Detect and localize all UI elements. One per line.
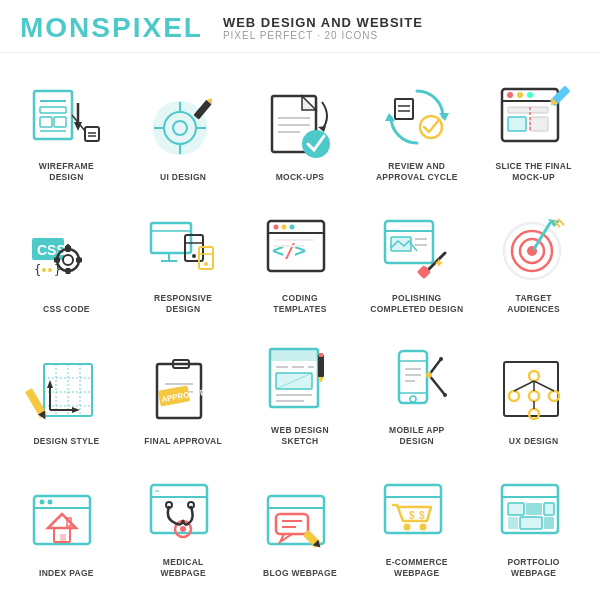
- svg-text:>: >: [294, 238, 306, 262]
- icon-index-page: INDEX PAGE: [10, 457, 123, 585]
- icon-final-approval: APPROVED FINAL APPROVAL: [127, 325, 240, 453]
- svg-text:✦: ✦: [433, 255, 445, 271]
- svg-rect-182: [508, 517, 518, 529]
- svg-point-57: [48, 268, 52, 272]
- css-code-label: CSS CODE: [43, 304, 90, 315]
- icon-ux-design: UX DESIGN: [477, 325, 590, 453]
- svg-point-26: [302, 130, 330, 158]
- header-sub2: PIXEL PERFECT · 20 ICONS: [223, 30, 423, 41]
- icon-coding-templates: < / > CODINGTEMPLATES: [244, 193, 357, 321]
- icon-portfolio-webpage: PORTFOLIOWEBPAGE: [477, 457, 590, 585]
- header-right: WEB DESIGN AND WEBSITE PIXEL PERFECT · 2…: [223, 15, 423, 41]
- svg-text:$: $: [419, 510, 425, 521]
- svg-text:{: {: [34, 263, 41, 277]
- web-design-sketch-label: WEB DESIGNSKETCH: [271, 425, 329, 447]
- svg-point-71: [273, 224, 278, 229]
- svg-point-36: [507, 92, 513, 98]
- svg-rect-165: [276, 514, 308, 534]
- svg-point-162: [180, 526, 186, 532]
- svg-line-145: [514, 381, 534, 391]
- svg-point-73: [289, 224, 294, 229]
- svg-text:<: <: [272, 238, 284, 262]
- icon-responsive-design: RESPONSIVEDESIGN: [127, 193, 240, 321]
- svg-rect-40: [508, 117, 526, 131]
- svg-rect-0: [34, 91, 72, 139]
- svg-rect-127: [399, 351, 427, 403]
- svg-rect-3: [40, 117, 52, 127]
- svg-point-72: [281, 224, 286, 229]
- svg-text:$: $: [409, 510, 415, 521]
- icon-slice-final: SLICE THE FINALMOCK-UP: [477, 61, 590, 189]
- svg-rect-126: [319, 353, 323, 357]
- svg-rect-52: [76, 257, 82, 262]
- svg-point-56: [42, 268, 46, 272]
- ui-design-label: UI DESIGN: [160, 172, 206, 183]
- target-audiences-label: TARGETAUDIENCES: [507, 293, 560, 315]
- svg-point-38: [527, 92, 533, 98]
- svg-point-140: [529, 371, 539, 381]
- svg-rect-30: [395, 99, 413, 119]
- svg-rect-183: [520, 517, 542, 529]
- header: MONSPIXEL WEB DESIGN AND WEBSITE PIXEL P…: [0, 0, 600, 53]
- mock-ups-label: MOCK-UPS: [276, 172, 325, 183]
- ux-design-label: UX DESIGN: [509, 436, 558, 447]
- svg-point-174: [419, 523, 426, 530]
- svg-line-134: [429, 375, 445, 395]
- svg-rect-181: [544, 503, 554, 515]
- svg-point-144: [529, 409, 539, 419]
- blog-webpage-label: BLOG WEBPAGE: [263, 568, 337, 579]
- svg-point-138: [439, 357, 443, 361]
- svg-rect-180: [526, 503, 542, 515]
- icon-ecommerce-webpage: $ $ E-COMMERCEWEBPAGE: [360, 457, 473, 585]
- icon-mobile-app-design: MOBILE APPDESIGN: [360, 325, 473, 453]
- slice-final-label: SLICE THE FINALMOCK-UP: [495, 161, 571, 183]
- icon-web-design-sketch: WEB DESIGNSKETCH: [244, 325, 357, 453]
- svg-rect-116: [270, 349, 318, 361]
- svg-point-173: [403, 523, 410, 530]
- responsive-design-label: RESPONSIVEDESIGN: [154, 293, 212, 315]
- svg-point-151: [40, 499, 45, 504]
- svg-rect-39: [508, 107, 548, 113]
- polishing-design-label: POLISHINGCOMPLETED DESIGN: [370, 293, 463, 315]
- svg-point-152: [48, 499, 53, 504]
- svg-point-161: [188, 502, 194, 508]
- svg-marker-22: [302, 96, 316, 110]
- svg-point-65: [192, 254, 196, 258]
- svg-marker-105: [47, 380, 53, 388]
- svg-rect-4: [54, 117, 66, 127]
- icons-grid: WIREFRAMEDESIGN UI DESIGN: [0, 53, 600, 593]
- final-approval-label: FINAL APPROVAL: [144, 436, 222, 447]
- ecommerce-webpage-label: E-COMMERCEWEBPAGE: [386, 557, 448, 579]
- svg-rect-50: [66, 268, 71, 274]
- icon-target-audiences: TARGETAUDIENCES: [477, 193, 590, 321]
- icon-medical-webpage: MEDICALWEBPAGE: [127, 457, 240, 585]
- header-subtitle: WEB DESIGN AND WEBSITE: [223, 15, 423, 30]
- svg-point-48: [63, 255, 73, 265]
- svg-marker-29: [385, 113, 395, 121]
- svg-line-147: [534, 381, 554, 391]
- svg-rect-8: [85, 127, 99, 141]
- svg-rect-124: [318, 355, 324, 377]
- mobile-app-design-label: MOBILE APPDESIGN: [389, 425, 445, 447]
- design-style-label: DESIGN STYLE: [33, 436, 99, 447]
- wireframe-design-label: WIREFRAMEDESIGN: [39, 161, 94, 183]
- svg-rect-51: [54, 257, 60, 262]
- icon-css-code: CSS { } CSS COD: [10, 193, 123, 321]
- svg-point-141: [509, 391, 519, 401]
- svg-rect-184: [544, 517, 554, 529]
- icon-design-style: DESIGN STYLE: [10, 325, 123, 453]
- svg-point-136: [426, 372, 432, 378]
- svg-text:}: }: [54, 263, 61, 277]
- svg-rect-155: [60, 534, 66, 542]
- index-page-label: INDEX PAGE: [39, 568, 94, 579]
- svg-marker-107: [72, 407, 80, 413]
- svg-point-142: [529, 391, 539, 401]
- icon-wireframe-design: WIREFRAMEDESIGN: [10, 61, 123, 189]
- svg-rect-41: [530, 117, 548, 131]
- coding-templates-label: CODINGTEMPLATES: [273, 293, 327, 315]
- svg-point-68: [204, 262, 208, 266]
- svg-point-130: [410, 396, 416, 402]
- svg-point-137: [443, 393, 447, 397]
- icon-mock-ups: MOCK-UPS: [244, 61, 357, 189]
- icon-blog-webpage: BLOG WEBPAGE: [244, 457, 357, 585]
